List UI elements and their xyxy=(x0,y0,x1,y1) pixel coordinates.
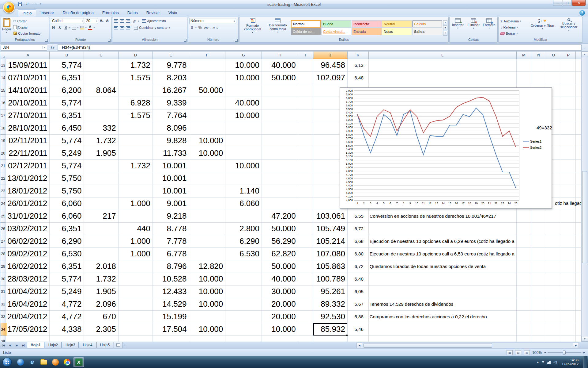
taskbar-chrome-icon[interactable] xyxy=(62,357,72,367)
align-right-button[interactable] xyxy=(126,25,131,30)
cell-E25[interactable]: 9.218 xyxy=(153,210,189,222)
scroll-down-button[interactable]: ▼ xyxy=(582,336,588,342)
sheet-tab-hoja2[interactable]: Hoja2 xyxy=(45,342,62,348)
cell-N32[interactable] xyxy=(531,298,546,310)
cell-D23[interactable] xyxy=(118,185,153,197)
cell-I24[interactable] xyxy=(298,197,313,210)
row-header-28[interactable]: 28 xyxy=(0,247,6,260)
gallery-up-button[interactable]: ▲ xyxy=(443,20,447,25)
cell-I35[interactable] xyxy=(298,335,313,342)
column-header-A[interactable]: A xyxy=(6,52,50,59)
cell-F17[interactable] xyxy=(189,109,225,122)
embedded-chart[interactable]: 4,0004,1004,2004,3004,4004,5004,6004,700… xyxy=(340,87,552,209)
cell-F18[interactable] xyxy=(189,122,225,134)
cell-D24[interactable]: 1.000 xyxy=(118,197,153,210)
comma-format-button[interactable]: 000 xyxy=(204,25,209,30)
find-select-button[interactable]: Buscar y seleccionar▾ xyxy=(556,18,582,38)
cell-style-9[interactable]: Salida xyxy=(412,28,442,35)
cell-O29[interactable] xyxy=(546,260,561,273)
cell-J29[interactable]: 105.863 xyxy=(313,260,348,273)
font-name-combo[interactable]: Calibri▾ xyxy=(51,18,84,24)
underline-button[interactable]: S xyxy=(63,25,68,30)
italic-button[interactable]: K xyxy=(57,25,62,30)
cell-F32[interactable]: 10.000 xyxy=(189,298,225,310)
taskbar-excel-icon[interactable]: X xyxy=(74,357,84,367)
cell-F16[interactable] xyxy=(189,97,225,109)
cell-M28[interactable] xyxy=(516,247,531,260)
cell-A31[interactable]: 10/04/2012 xyxy=(6,285,50,298)
column-header-J[interactable]: J xyxy=(313,52,348,59)
fill-color-button[interactable] xyxy=(79,25,85,30)
cell-M29[interactable] xyxy=(516,260,531,273)
cell-B31[interactable]: 5,249 xyxy=(50,285,84,298)
cell-H25[interactable]: 47.200 xyxy=(262,210,298,222)
prev-sheet-button[interactable]: ◀ xyxy=(7,342,13,349)
cell-F30[interactable]: 10.000 xyxy=(189,273,225,285)
cell-L32[interactable]: Tenemos 14.529 derechos de dividendos xyxy=(368,298,516,310)
cell-C27[interactable] xyxy=(84,235,118,247)
row-header-23[interactable]: 23 xyxy=(0,185,6,197)
cell-A25[interactable]: 31/01/2012 xyxy=(6,210,50,222)
cell-C17[interactable] xyxy=(84,109,118,122)
zoom-slider-track[interactable] xyxy=(548,352,581,353)
cell-P25[interactable] xyxy=(561,210,576,222)
cell-E27[interactable]: 7.778 xyxy=(153,235,189,247)
cell-K13[interactable]: 6,13 xyxy=(347,59,368,71)
cell-E29[interactable]: 8.796 xyxy=(153,260,189,273)
cell-A24[interactable]: 26/01/2012 xyxy=(6,197,50,210)
row-header-27[interactable]: 27 xyxy=(0,235,6,247)
align-top-button[interactable] xyxy=(113,18,119,24)
cell-M26[interactable] xyxy=(516,222,531,235)
cell-E17[interactable]: 7.764 xyxy=(153,109,189,122)
cell-P30[interactable] xyxy=(561,273,576,285)
cell-B20[interactable]: 5,249 xyxy=(50,147,84,159)
cell-H20[interactable] xyxy=(262,147,298,159)
cell-I23[interactable] xyxy=(298,185,313,197)
cell-A17[interactable]: 27/10/2011 xyxy=(6,109,50,122)
cell-I27[interactable] xyxy=(298,235,313,247)
cell-P18[interactable] xyxy=(561,122,576,134)
cell-D17[interactable]: 1.575 xyxy=(118,109,153,122)
cell-P15[interactable] xyxy=(561,84,576,97)
cell-E34[interactable]: 17.504 xyxy=(153,323,189,335)
cell-A32[interactable]: 16/04/2012 xyxy=(6,298,50,310)
cell-A16[interactable]: 20/10/2011 xyxy=(6,97,50,109)
cell-extra[interactable] xyxy=(576,185,581,197)
cell-J31[interactable]: 95.261 xyxy=(313,285,348,298)
cell-I32[interactable] xyxy=(298,298,313,310)
cell-C24[interactable] xyxy=(84,197,118,210)
cell-D25[interactable] xyxy=(118,210,153,222)
cell-J33[interactable]: 92.530 xyxy=(313,310,348,323)
cell-B34[interactable]: 4,338 xyxy=(50,323,84,335)
next-sheet-button[interactable]: ▶ xyxy=(13,342,20,349)
cell-F14[interactable] xyxy=(189,71,225,84)
cell-M13[interactable] xyxy=(516,59,531,71)
cell-K27[interactable]: 6,68 xyxy=(347,235,368,247)
cell-E16[interactable]: 9.339 xyxy=(153,97,189,109)
cell-N28[interactable] xyxy=(531,247,546,260)
cell-P19[interactable] xyxy=(561,134,576,147)
cell-P14[interactable] xyxy=(561,71,576,84)
cell-H17[interactable] xyxy=(262,109,298,122)
zoom-slider[interactable]: − + xyxy=(544,350,585,355)
align-bottom-button[interactable] xyxy=(126,18,131,24)
row-header-25[interactable]: 25 xyxy=(0,210,6,222)
clipboard-dialog-launcher[interactable] xyxy=(45,39,48,42)
cell-J27[interactable]: 105.214 xyxy=(313,235,348,247)
cell-B16[interactable]: 5,774 xyxy=(50,97,84,109)
cell-D30[interactable] xyxy=(118,273,153,285)
cell-G30[interactable] xyxy=(225,273,262,285)
cell-style-5[interactable]: Celda de co... xyxy=(291,28,321,35)
cell-P31[interactable] xyxy=(561,285,576,298)
row-header-32[interactable]: 32 xyxy=(0,298,6,310)
font-size-combo[interactable]: 20▾ xyxy=(85,18,98,24)
cell-I14[interactable] xyxy=(298,71,313,84)
align-center-button[interactable] xyxy=(119,25,125,30)
cell-A29[interactable]: 16/02/2012 xyxy=(6,260,50,273)
cell-N13[interactable] xyxy=(531,59,546,71)
cell-F35[interactable] xyxy=(189,335,225,342)
cell-F20[interactable]: 10.000 xyxy=(189,147,225,159)
cell-C21[interactable] xyxy=(84,159,118,172)
cell-I28[interactable] xyxy=(298,247,313,260)
row-header-29[interactable]: 29 xyxy=(0,260,6,273)
